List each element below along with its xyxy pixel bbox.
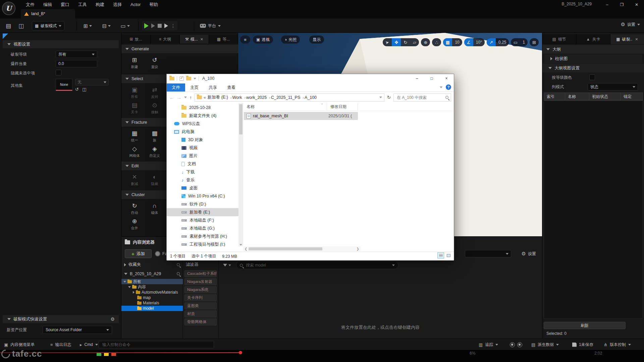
quad-view-button[interactable]: ⊞ — [530, 38, 539, 46]
refresh-icon[interactable]: ↻ — [387, 95, 391, 100]
help-icon[interactable]: ? — [446, 84, 451, 90]
sidebar-item[interactable]: 素材参考与资源 (H:) — [167, 232, 238, 240]
sidebar-item[interactable]: 本地磁盘 (G:) — [167, 224, 238, 232]
sidebar-item[interactable]: 此电脑 — [167, 128, 238, 136]
scale-snap-icon[interactable]: ↗ — [487, 38, 496, 46]
explorer-title-bar[interactable]: A_100 – □ × — [167, 74, 454, 83]
derived-data-dropdown[interactable]: ▤ 派生数据 — [531, 339, 559, 350]
folder-tree-item[interactable]: AutomotiveMaterials — [121, 290, 183, 295]
palette-tab[interactable]: 放... ✕ — [121, 35, 151, 44]
menu-item[interactable]: 窗口 — [56, 2, 74, 8]
menu-item[interactable]: 构建 — [91, 2, 109, 8]
sidebar-item[interactable]: 下载 — [167, 168, 238, 176]
file-list[interactable]: 名称 ⌃ 修改日期 ⊙ rat_base_mesh_BI 2025/10/31 … — [243, 103, 454, 246]
favorites-row[interactable]: 收藏夹 — [121, 260, 182, 269]
grid-snap-icon[interactable]: ▦ — [443, 38, 452, 46]
save-icon[interactable]: ▤ — [4, 21, 13, 30]
frame-skip-button[interactable] — [151, 23, 155, 28]
browse-icon[interactable]: ◫ — [17, 21, 25, 30]
tool-button[interactable]: 自定义 — [145, 145, 164, 158]
scrollbar-thumb[interactable] — [249, 247, 322, 250]
breadcrumb-item[interactable]: Work › — [232, 95, 246, 100]
stop-button[interactable] — [158, 24, 162, 28]
sidebar-item[interactable]: 文档 — [167, 160, 238, 168]
details-view-button[interactable] — [437, 252, 444, 258]
minimize-button[interactable]: – — [600, 0, 614, 9]
sidebar-scrollbar[interactable] — [238, 103, 243, 246]
play-button[interactable] — [144, 23, 149, 28]
sidebar-item[interactable]: 音乐 — [167, 176, 238, 184]
folder-tree-item[interactable]: Materials — [121, 300, 183, 306]
fracture-level-dropdown[interactable]: 所有 — [56, 51, 97, 58]
filter-pill[interactable]: 蓝图类 — [184, 302, 217, 309]
asset-search-input[interactable] — [245, 262, 390, 268]
file-explorer-window[interactable]: A_100 – □ × 文件 主页 共享 查看 ? ← → ↑ « — [166, 74, 454, 260]
content-path-dropdown[interactable] — [465, 250, 511, 257]
tool-button[interactable]: 接触 — [145, 101, 164, 115]
sidebar-item[interactable]: 新建文件夹 (4) — [167, 112, 238, 120]
explode-amount-input[interactable]: 0.0 — [56, 60, 97, 67]
column-header-index[interactable]: 索引 — [544, 93, 565, 101]
panel-tab[interactable]: 关卡 ✕ — [576, 34, 610, 44]
tool-button[interactable]: 所有 — [125, 86, 144, 99]
sidebar-item[interactable]: 桌面 — [167, 184, 238, 192]
back-icon[interactable]: ← — [169, 95, 174, 100]
trace-dropdown[interactable]: ▥ 追踪 — [479, 339, 498, 350]
menu-item[interactable]: 选择 — [109, 2, 126, 8]
sidebar-item[interactable]: 工程项目与模型 (I:) — [167, 240, 238, 246]
video-progress-handle[interactable] — [239, 351, 242, 354]
horizontal-scrollbar[interactable]: ❮ ❯ — [243, 246, 361, 251]
address-dropdown-icon[interactable] — [379, 97, 382, 98]
breadcrumb-item[interactable]: A_100 › — [305, 95, 317, 100]
filter-pill[interactable]: 骨骼网格体 — [184, 318, 217, 325]
menu-item[interactable]: 编辑 — [39, 2, 56, 8]
eject-button[interactable] — [164, 23, 168, 28]
tool-button[interactable]: 删减 — [125, 173, 144, 186]
column-header-date[interactable]: 修改日期 — [327, 103, 358, 111]
editor-mode-dropdown[interactable]: ▩ 破裂模式 — [32, 21, 64, 31]
rotate-tool-button[interactable]: ↻ — [401, 38, 410, 46]
filter-pill[interactable]: Cascade粒子系统 — [184, 270, 217, 277]
console-input[interactable] — [102, 342, 211, 347]
rotation-snap-icon[interactable]: ∠ — [464, 38, 473, 46]
section-header[interactable]: Generate — [121, 45, 238, 53]
close-icon[interactable]: ✕ — [200, 37, 203, 42]
tool-button[interactable]: 新建 — [125, 56, 144, 69]
scale-snap-value[interactable]: 0.25 — [496, 38, 509, 46]
scroll-left-icon[interactable]: ❮ — [243, 247, 249, 251]
asset-search-box[interactable] — [236, 261, 398, 269]
use-selected-icon[interactable]: ↺ — [75, 87, 79, 92]
forward-icon[interactable]: → — [177, 95, 181, 100]
close-button[interactable]: × — [439, 74, 454, 83]
outline-view-settings-header[interactable]: 大纲视图设置 — [542, 64, 644, 72]
column-header-anchored[interactable]: 锚定 — [621, 93, 643, 101]
filter-pill[interactable]: 材质 — [184, 310, 217, 317]
filter-pill[interactable]: 关卡序列 — [184, 294, 217, 301]
blueprint-dropdown[interactable]: ⊟ — [99, 21, 114, 30]
filter-pill[interactable]: Niagara系统 — [184, 286, 217, 293]
palette-tab[interactable]: 大纲 ✕ — [151, 35, 180, 44]
menu-item[interactable]: 帮助 — [145, 2, 162, 8]
folder-tree-item[interactable]: model — [121, 306, 183, 311]
sidebar-item[interactable]: 视频 — [167, 144, 238, 152]
world-space-button[interactable]: ⊕ — [421, 38, 430, 46]
perspective-dropdown[interactable]: 透视 — [253, 36, 273, 44]
show-dropdown[interactable]: 显示 — [309, 36, 324, 44]
sidebar-item[interactable]: 本地磁盘 (F:) — [167, 216, 238, 224]
tool-button[interactable]: 关卡 — [125, 101, 144, 115]
filter-dropdown[interactable] — [221, 261, 233, 269]
tool-button[interactable]: 隐藏 — [145, 173, 164, 186]
explorer-search-input[interactable] — [396, 95, 443, 100]
maximize-button[interactable]: □ — [424, 74, 439, 83]
new-folder-icon[interactable] — [186, 77, 191, 80]
camera-speed-value[interactable]: 1 — [520, 38, 528, 46]
tool-button[interactable]: 合并 — [125, 217, 144, 231]
hide-unselected-checkbox[interactable] — [56, 70, 61, 75]
gear-icon[interactable]: ⚙ — [110, 316, 115, 322]
menu-item[interactable]: Actor — [126, 2, 145, 7]
filter-pill[interactable]: Niagara发射器 — [184, 278, 217, 285]
column-header-name[interactable]: 名称 ⌃ — [243, 103, 327, 111]
folder-tree-item[interactable]: 所有 — [121, 279, 183, 284]
sidebar-item[interactable]: 软件 (D:) — [167, 200, 238, 208]
ribbon-tab-file[interactable]: 文件 — [167, 83, 185, 92]
